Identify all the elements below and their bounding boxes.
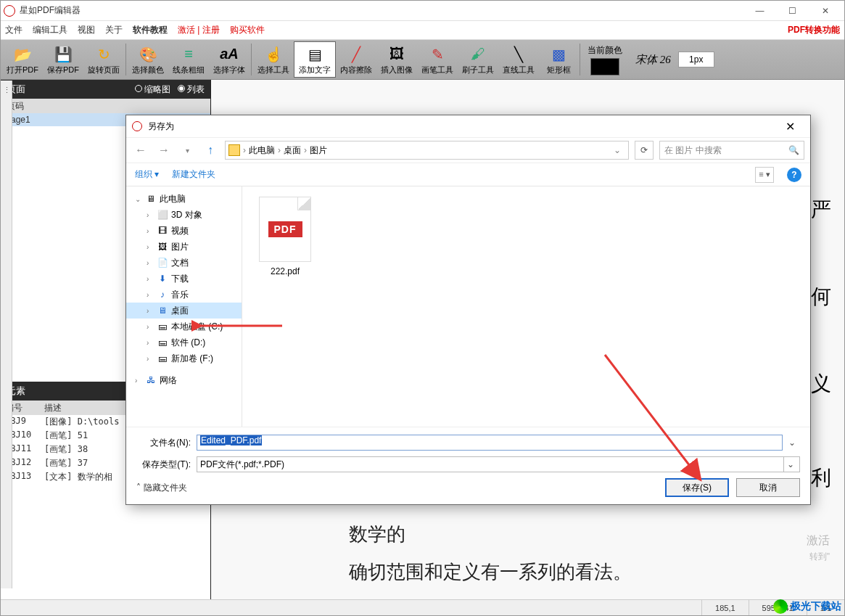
dialog-close-button[interactable]: ✕ — [775, 116, 804, 136]
insert-image-button[interactable]: 🖼插入图像 — [376, 41, 417, 78]
chevron-right-icon: › — [243, 145, 246, 155]
documents-icon: 📄 — [157, 257, 168, 268]
menu-tutorial[interactable]: 软件教程 — [133, 24, 168, 36]
status-bar: 185,1 595×841 1/1 — [1, 599, 844, 615]
cube-icon: ⬜ — [157, 209, 168, 221]
main-window: 星如PDF编辑器 — ☐ ✕ 文件 编辑工具 视图 关于 软件教程 激活 | 注… — [0, 0, 845, 616]
menu-file[interactable]: 文件 — [5, 24, 22, 36]
brush-tool-button[interactable]: ✎画笔工具 — [417, 41, 458, 78]
open-pdf-button[interactable]: 📂打开PDF — [2, 41, 43, 78]
dialog-titlebar: 另存为 ✕ — [126, 115, 810, 137]
tree-drive-f[interactable]: ›🖴新加卷 (F:) — [126, 350, 242, 366]
app-title: 星如PDF编辑器 — [20, 4, 81, 17]
rect-tool-button[interactable]: ▩矩形框 — [539, 41, 578, 78]
new-folder-button[interactable]: 新建文件夹 — [172, 168, 215, 181]
tree-this-pc[interactable]: ⌄🖥此电脑 — [126, 191, 242, 207]
organize-menu[interactable]: 组织 ▾ — [135, 168, 159, 181]
list-radio[interactable]: 列表 — [178, 83, 205, 96]
tree-music[interactable]: ›♪音乐 — [126, 287, 242, 303]
tree-drive-c[interactable]: ›🖴本地磁盘 (C:) — [126, 319, 242, 334]
color-swatch[interactable] — [590, 58, 619, 75]
search-input[interactable]: 在 图片 中搜索 🔍 — [659, 141, 804, 160]
save-button[interactable]: 保存(S) — [665, 478, 729, 497]
breadcrumb-segment[interactable]: 图片 — [310, 144, 327, 157]
breadcrumb-segment[interactable]: 桌面 — [284, 144, 301, 157]
tree-network[interactable]: ›🖧网络 — [126, 372, 242, 388]
filename-dropdown[interactable]: ⌄ — [788, 438, 800, 448]
px-input[interactable]: 1px — [678, 52, 714, 67]
current-color-label: 当前颜色 — [588, 44, 622, 57]
breadcrumb-dropdown[interactable]: ⌄ — [609, 145, 625, 155]
close-button[interactable]: ✕ — [809, 1, 841, 21]
search-placeholder: 在 图片 中搜索 — [664, 144, 722, 157]
swirl-icon — [773, 599, 788, 614]
search-icon: 🔍 — [788, 145, 799, 155]
folder-open-icon: 📂 — [12, 44, 33, 65]
filetype-select[interactable]: PDF文件(*.pdf;*.PDF) ⌄ — [197, 456, 800, 472]
dialog-toolbar: 组织 ▾ 新建文件夹 ≡ ▾ ? — [126, 163, 810, 186]
drive-icon: 🖴 — [157, 321, 168, 332]
file-item[interactable]: PDF 222.pdf — [252, 197, 318, 276]
window-controls: — ☐ ✕ — [743, 1, 841, 21]
left-edge-strip: ⋮ — [1, 81, 12, 588]
hide-folders-toggle[interactable]: ˄隐藏文件夹 — [136, 482, 187, 494]
line-icon: ╲ — [508, 44, 529, 65]
choose-font-button[interactable]: aA选择字体 — [209, 41, 250, 78]
tree-drive-d[interactable]: ›🖴软件 (D:) — [126, 334, 242, 350]
dialog-icon — [132, 121, 142, 131]
tree-downloads[interactable]: ›⬇下载 — [126, 271, 242, 287]
tree-pictures[interactable]: ›🖼图片 — [126, 239, 242, 255]
choose-color-button[interactable]: 🎨选择颜色 — [128, 41, 168, 78]
nav-up-button[interactable]: ↑ — [202, 141, 219, 159]
font-icon: aA — [219, 44, 239, 65]
save-as-dialog: 另存为 ✕ ← → ▾ ↑ › 此电脑 › 桌面 › 图片 ⌄ ⟳ 在 图片 中… — [125, 115, 811, 505]
paint-tool-button[interactable]: 🖌刷子工具 — [458, 41, 498, 78]
goto-watermark: 转到" — [809, 551, 830, 563]
monitor-icon: 🖥 — [145, 193, 157, 205]
menu-edit-tools[interactable]: 编辑工具 — [33, 24, 67, 36]
palette-icon: 🎨 — [138, 44, 158, 65]
dialog-title: 另存为 — [148, 120, 174, 133]
edge-icon[interactable]: ⋮ — [1, 81, 12, 99]
dialog-nav: ← → ▾ ↑ › 此电脑 › 桌面 › 图片 ⌄ ⟳ 在 图片 中搜索 🔍 — [126, 137, 810, 163]
side-char-4: 利 — [811, 464, 831, 492]
nav-forward-button[interactable]: → — [155, 141, 173, 159]
thumbnail-radio[interactable]: 缩略图 — [135, 83, 170, 96]
menu-about[interactable]: 关于 — [105, 24, 123, 36]
nav-recent-button[interactable]: ▾ — [178, 141, 196, 159]
expand-icon[interactable]: ⌄ — [135, 195, 142, 203]
line-weight-icon: ≡ — [178, 44, 199, 65]
nav-back-button[interactable]: ← — [132, 141, 149, 159]
maximize-button[interactable]: ☐ — [776, 1, 809, 21]
line-tool-button[interactable]: ╲直线工具 — [498, 41, 539, 78]
filename-input[interactable]: Edited_PDF.pdf — [197, 435, 783, 451]
add-text-button[interactable]: ▤添加文字 — [294, 41, 336, 78]
menu-view[interactable]: 视图 — [78, 24, 95, 36]
rectangle-icon: ▩ — [548, 44, 569, 65]
font-display[interactable]: 宋体 26 — [628, 53, 678, 67]
tree-videos[interactable]: ›🎞视频 — [126, 223, 242, 239]
tree-3d[interactable]: ›⬜3D 对象 — [126, 207, 242, 223]
breadcrumb[interactable]: › 此电脑 › 桌面 › 图片 ⌄ — [225, 141, 629, 160]
line-weight-button[interactable]: ≡线条粗细 — [168, 41, 209, 78]
pdf-thumbnail: PDF — [259, 197, 311, 262]
cancel-button[interactable]: 取消 — [736, 478, 800, 497]
help-button[interactable]: ? — [787, 168, 801, 182]
menu-activate[interactable]: 激活 | 注册 — [178, 24, 220, 36]
side-char-1: 严 — [811, 196, 831, 223]
tree-desktop[interactable]: ›🖥桌面 — [126, 303, 242, 319]
menu-buy[interactable]: 购买软件 — [230, 24, 265, 36]
rotate-page-button[interactable]: ↻旋转页面 — [83, 41, 124, 78]
breadcrumb-segment[interactable]: 此电脑 — [249, 144, 275, 157]
folder-tree[interactable]: ⌄🖥此电脑 ›⬜3D 对象 ›🎞视频 ›🖼图片 ›📄文档 ›⬇下载 ›♪音乐 ›… — [126, 186, 242, 427]
view-mode-button[interactable]: ≡ ▾ — [755, 167, 774, 183]
desktop-icon: 🖥 — [157, 305, 168, 316]
select-tool-button[interactable]: ☝选择工具 — [253, 41, 294, 78]
erase-button[interactable]: ╱内容擦除 — [336, 41, 376, 78]
file-list[interactable]: PDF 222.pdf — [242, 186, 810, 427]
refresh-button[interactable]: ⟳ — [635, 141, 654, 160]
menu-convert[interactable]: PDF转换功能 — [788, 24, 840, 36]
minimize-button[interactable]: — — [743, 1, 776, 21]
save-pdf-button[interactable]: 💾保存PDF — [43, 41, 83, 78]
tree-documents[interactable]: ›📄文档 — [126, 255, 242, 271]
